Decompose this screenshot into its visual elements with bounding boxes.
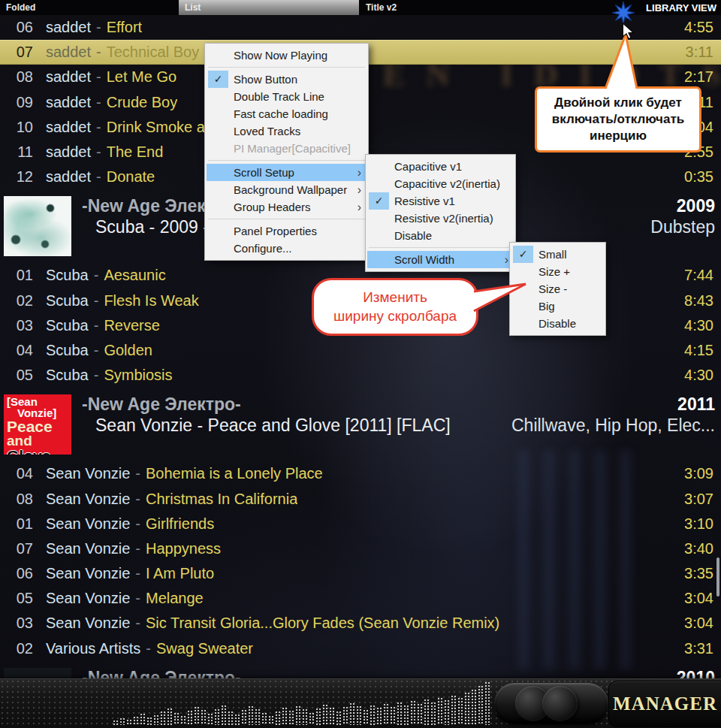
menu-item[interactable]: Disable [367, 227, 514, 244]
column-folded[interactable]: Folded [6, 2, 35, 13]
spectrum-bar [268, 715, 273, 725]
track-separator: - [96, 119, 101, 136]
track-separator: - [96, 44, 101, 61]
album-art-text: Vonzie] [7, 408, 68, 418]
spectrum-bar [153, 714, 158, 725]
track-separator: - [135, 491, 140, 508]
menu-item-label: Panel Properties [234, 225, 317, 237]
menu-item[interactable]: Size + [511, 263, 604, 280]
track-row[interactable]: 01Sean Vonzie-Girlfriends3:10 [0, 512, 721, 536]
spectrum-bar [180, 715, 186, 725]
track-row[interactable]: 04Scuba-Golden4:15 [0, 338, 721, 363]
menu-item[interactable]: ✓Small [511, 246, 604, 263]
track-title: Drink Smoke a [107, 119, 205, 136]
menu-separator [369, 247, 512, 248]
tooltip-line: Изменить [315, 288, 475, 307]
track-title: Christmas In California [146, 491, 297, 508]
track-title: The End [107, 143, 164, 161]
track-row[interactable]: 06Sean Vonzie-I Am Pluto3:35 [0, 561, 721, 586]
track-number: 08 [0, 68, 33, 86]
spectrum-bar [214, 708, 219, 725]
menu-item[interactable]: ✓Resistive v1 [367, 192, 514, 210]
menu-item-label: Group Headers [234, 201, 311, 213]
track-row[interactable]: 08Sean Vonzie-Christmas In California3:0… [0, 486, 721, 511]
spectrum-bar [390, 706, 395, 725]
track-row[interactable]: 05Sean Vonzie-Melange3:04 [0, 586, 721, 611]
track-artist: saddet [46, 94, 91, 111]
track-duration: 3:35 [684, 565, 713, 582]
track-duration: 3:31 [684, 640, 713, 657]
track-separator: - [135, 615, 140, 632]
track-artist: Sean Vonzie [46, 465, 130, 482]
spectrum-bar [336, 711, 341, 725]
menu-item[interactable]: Scroll Setup› [207, 164, 367, 181]
track-number: 04 [0, 342, 33, 359]
scroll-setup-submenu: Capacitive v1Capacitive v2(inertia)✓Resi… [365, 154, 516, 272]
spectrum-bar [484, 681, 490, 725]
spectrum-bar [234, 714, 240, 725]
menu-item[interactable]: Size - [511, 280, 604, 298]
menu-item[interactable]: Configure... [207, 240, 367, 257]
spectrum-bar [228, 711, 233, 725]
track-row[interactable]: 05Scuba-Symbiosis4:30 [0, 363, 721, 388]
toggle-switch[interactable] [494, 683, 608, 724]
spectrum-bar [288, 710, 294, 725]
spectrum-bar [167, 708, 172, 725]
track-duration: 3:09 [684, 465, 713, 482]
manager-label: MANAGER [613, 693, 717, 714]
scrollbar-thumb[interactable] [716, 557, 719, 597]
group-title: -New Age Электро- [82, 394, 241, 415]
track-duration: 8:43 [684, 292, 713, 310]
spectrum-bar [410, 700, 415, 725]
track-row[interactable]: 07Sean Vonzie-Happyness3:40 [0, 536, 721, 561]
group-header[interactable]: [SeanVonzie]PeaceandGlove-New Age Электр… [0, 388, 721, 461]
menu-item[interactable]: Double Track Line [207, 88, 367, 105]
menu-item[interactable]: Disable [511, 315, 604, 332]
menu-item[interactable]: Background Wallpaper› [207, 181, 367, 198]
track-title: Melange [146, 590, 204, 607]
menu-item[interactable]: Resistive v2(inertia) [367, 210, 514, 227]
track-artist: saddet [46, 68, 91, 86]
menu-item-label: Disable [538, 317, 576, 330]
track-number: 11 [0, 143, 33, 161]
menu-item[interactable]: ✓Show Button [207, 71, 367, 88]
track-row[interactable]: 03Sean Vonzie-Sic Transit Gloria...Glory… [0, 611, 721, 636]
checkmark-icon: ✓ [369, 192, 389, 210]
track-separator: - [96, 94, 101, 111]
track-row[interactable]: 04Sean Vonzie-Bohemia is a Lonely Place3… [0, 461, 721, 486]
menu-separator [208, 67, 365, 68]
menu-item[interactable]: Capacitive v1 [367, 158, 514, 175]
spectrum-bar [275, 711, 280, 725]
library-view-label[interactable]: LIBRARY VIEW [646, 2, 716, 14]
menu-item[interactable]: Capacitive v2(inertia) [367, 175, 514, 192]
column-list-label: List [185, 2, 201, 13]
menu-item-label: Big [538, 300, 555, 313]
spectrum-bar [451, 695, 456, 725]
menu-item[interactable]: Panel Properties [207, 222, 367, 240]
mouse-cursor-icon [620, 23, 635, 39]
menu-item[interactable]: Fast cache loading [207, 105, 367, 122]
track-separator: - [96, 168, 101, 186]
column-title-v2[interactable]: Title v2 [366, 2, 397, 13]
menu-item[interactable]: Group Headers› [207, 198, 367, 216]
spectrum-bar [437, 697, 442, 725]
spectrum-bar [113, 720, 118, 725]
track-artist: Sean Vonzie [46, 590, 130, 607]
spectrum-bar [424, 699, 429, 725]
menu-item-label: Resistive v1 [394, 195, 455, 207]
column-list-button[interactable]: List [179, 0, 359, 15]
menu-item-label: Resistive v2(inertia) [394, 212, 493, 225]
star-burst-icon[interactable] [612, 2, 635, 24]
menu-item[interactable]: Big [511, 298, 604, 315]
checkmark-icon: ✓ [208, 71, 228, 88]
menu-item[interactable]: Show Now Playing [207, 47, 367, 64]
manager-button[interactable]: MANAGER [608, 681, 721, 727]
spectrum-bar [444, 699, 449, 725]
menu-item[interactable]: Loved Tracks [207, 122, 367, 140]
track-title: Crude Boy [107, 94, 178, 111]
track-row[interactable]: 02Various Artists-Swag Sweater3:31 [0, 636, 721, 661]
track-title: Reverse [104, 317, 159, 334]
menu-item[interactable]: Scroll Width› [367, 251, 514, 268]
track-artist: saddet [46, 168, 91, 186]
spectrum-bar [282, 707, 287, 725]
